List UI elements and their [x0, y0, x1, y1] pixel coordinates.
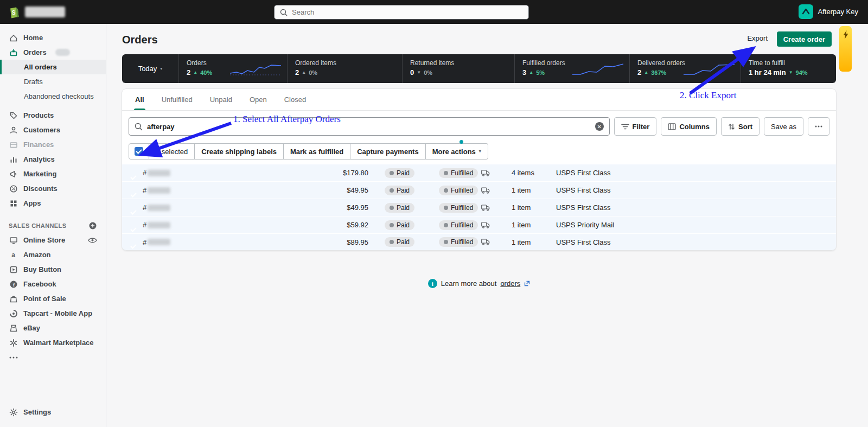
- top-bar: S Afterpay Key: [0, 0, 868, 24]
- info-icon: i: [428, 279, 437, 288]
- shipping-truck-icon: [481, 187, 490, 194]
- fulfillment-status-badge: Fulfilled: [439, 186, 478, 195]
- discounts-icon: [9, 184, 18, 193]
- metric-fulfilled-orders[interactable]: Fulfilled orders 3 ▲ 5%: [515, 54, 630, 83]
- orders-help-link[interactable]: orders: [500, 279, 520, 288]
- sidebar-item-finances[interactable]: Finances: [0, 137, 106, 152]
- add-sales-channel-icon[interactable]: [88, 221, 97, 230]
- sidebar-item-ebay[interactable]: eBay: [0, 321, 106, 335]
- sidebar-item-apps[interactable]: Apps: [0, 196, 106, 211]
- order-row[interactable]: # $59.92 Paid Fulfilled 1 item USPS Prio…: [122, 216, 836, 233]
- select-all-checkbox[interactable]: [135, 147, 143, 156]
- metric-orders[interactable]: Orders 2 ▲ 40%: [179, 54, 288, 83]
- shipping-method: USPS First Class: [551, 238, 656, 246]
- order-row[interactable]: # $89.95 Paid Fulfilled 1 item USPS Firs…: [122, 233, 836, 251]
- trend-up-icon: ▲: [193, 71, 197, 75]
- orders-search-input[interactable]: [147, 123, 591, 131]
- shipping-method: USPS First Class: [551, 186, 656, 194]
- tab-unpaid[interactable]: Unpaid: [201, 89, 241, 110]
- sidebar-item-discounts[interactable]: Discounts: [0, 181, 106, 196]
- tab-closed[interactable]: Closed: [276, 89, 315, 110]
- main-content: Orders Export Create order Today ▾ Order…: [106, 24, 868, 427]
- sidebar-item-tapcart[interactable]: Tapcart - Mobile App: [0, 306, 106, 321]
- sidebar-item-products[interactable]: Products: [0, 108, 106, 123]
- save-as-button[interactable]: Save as: [764, 117, 803, 136]
- global-search-input[interactable]: [292, 8, 523, 16]
- tapcart-icon: [9, 309, 18, 318]
- metric-delivered-orders[interactable]: Delivered orders 2 ▲ 367%: [630, 54, 741, 83]
- order-total: $179.80: [328, 169, 368, 177]
- order-number-blurred: [148, 222, 170, 228]
- products-icon: [9, 111, 18, 120]
- more-options-button[interactable]: [808, 117, 829, 136]
- order-row[interactable]: # $49.95 Paid Fulfilled 1 item USPS Firs…: [122, 199, 836, 216]
- sidebar-item-orders[interactable]: Orders: [0, 45, 106, 60]
- sidebar-item-all-orders[interactable]: All orders: [0, 60, 106, 74]
- sidebar-item-facebook[interactable]: f Facebook: [0, 277, 106, 291]
- nav-label: Discounts: [23, 184, 58, 193]
- order-row[interactable]: # $179.80 Paid Fulfilled 4 items USPS Fi…: [122, 164, 836, 181]
- tab-all[interactable]: All: [126, 89, 153, 110]
- global-search[interactable]: [274, 5, 529, 20]
- afterpay-key-icon[interactable]: [799, 4, 813, 19]
- metric-ordered-items[interactable]: Ordered items 2 ▲ 0%: [288, 54, 403, 83]
- sidebar-item-settings[interactable]: Settings: [0, 405, 106, 419]
- sidebar-item-home[interactable]: Home: [0, 30, 106, 45]
- payment-status-badge: Paid: [385, 220, 414, 230]
- capture-payments-button[interactable]: Capture payments: [350, 143, 425, 160]
- extension-sidebar-tab[interactable]: [839, 26, 852, 72]
- tab-unfulfilled[interactable]: Unfulfilled: [153, 89, 201, 110]
- items-count: 4 items: [502, 169, 551, 177]
- select-all-checkbox-segment[interactable]: [129, 143, 149, 160]
- nav-label: eBay: [23, 324, 40, 332]
- afterpay-key-label: Afterpay Key: [818, 8, 858, 16]
- trend-up-icon: ▲: [644, 71, 648, 75]
- sidebar-item-abandoned-checkouts[interactable]: Abandoned checkouts: [0, 89, 106, 104]
- nav-label: All orders: [24, 63, 57, 71]
- nav-label: Amazon: [23, 251, 51, 259]
- order-number-blurred: [148, 187, 170, 194]
- preview-store-eye-icon[interactable]: [88, 237, 97, 244]
- more-actions-button[interactable]: More actions ▾: [426, 143, 488, 160]
- sidebar-item-walmart[interactable]: Walmart Marketplace: [0, 335, 106, 350]
- filter-button[interactable]: Filter: [614, 117, 657, 136]
- learn-more-footer: i Learn more about orders: [122, 279, 836, 288]
- sidebar-item-amazon[interactable]: a Amazon: [0, 247, 106, 262]
- store-name-blurred[interactable]: [25, 7, 65, 17]
- fulfillment-status-badge: Fulfilled: [439, 168, 478, 178]
- nav-label: Drafts: [24, 78, 43, 86]
- export-button[interactable]: Export: [747, 34, 768, 42]
- sidebar-item-point-of-sale[interactable]: Point of Sale: [0, 291, 106, 306]
- shopify-logo-icon[interactable]: S: [8, 5, 21, 19]
- metric-returned-items[interactable]: Returned items 0 ▼ 0%: [403, 54, 515, 83]
- date-range-selector[interactable]: Today ▾: [122, 54, 179, 83]
- sidebar-item-analytics[interactable]: Analytics: [0, 152, 106, 167]
- sidebar-item-drafts[interactable]: Drafts: [0, 74, 106, 89]
- order-row[interactable]: # $49.95 Paid Fulfilled 1 item USPS Firs…: [122, 181, 836, 199]
- columns-button[interactable]: Columns: [661, 117, 717, 136]
- orders-search-box[interactable]: ✕: [129, 117, 610, 136]
- create-order-button[interactable]: Create order: [777, 31, 832, 47]
- orders-count-blurred: [55, 49, 70, 56]
- nav-label: Settings: [23, 408, 51, 416]
- create-shipping-labels-button[interactable]: Create shipping labels: [195, 143, 284, 160]
- sidebar-nav: Home Orders All orders Drafts Abandoned …: [0, 24, 106, 427]
- sidebar-item-online-store[interactable]: Online Store: [0, 233, 106, 247]
- tab-open[interactable]: Open: [241, 89, 276, 110]
- amazon-icon: a: [9, 250, 18, 259]
- mark-as-fulfilled-button[interactable]: Mark as fulfilled: [284, 143, 350, 160]
- sort-button[interactable]: Sort: [721, 117, 760, 136]
- shipping-truck-icon: [481, 222, 490, 228]
- order-number-blurred: [148, 239, 170, 245]
- search-icon: [280, 9, 288, 16]
- orders-card: All Unfulfilled Unpaid Open Closed ✕ Fil…: [122, 89, 836, 251]
- clear-search-icon[interactable]: ✕: [595, 122, 604, 131]
- nav-label: Finances: [23, 141, 54, 149]
- analytics-icon: [9, 155, 18, 164]
- sidebar-item-marketing[interactable]: Marketing: [0, 167, 106, 181]
- sidebar-item-buy-button[interactable]: Buy Button: [0, 262, 106, 277]
- metric-time-to-fulfill[interactable]: Time to fulfill 1 hr 24 min ▼ 94%: [741, 54, 836, 83]
- sidebar-item-customers[interactable]: Customers: [0, 123, 106, 137]
- orders-icon: [9, 48, 18, 57]
- sidebar-more-channels[interactable]: [0, 350, 106, 365]
